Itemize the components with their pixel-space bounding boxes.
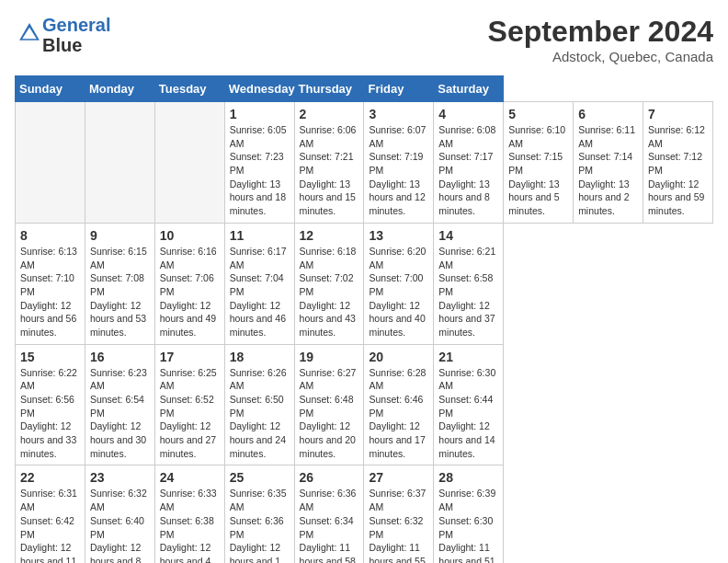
calendar-week-0: 1 Sunrise: 6:05 AM Sunset: 7:23 PM Dayli… <box>16 102 713 224</box>
day-cell-16: 16 Sunrise: 6:23 AM Sunset: 6:54 PM Dayl… <box>85 344 154 465</box>
day-number: 25 <box>230 470 290 485</box>
day-number: 22 <box>20 470 80 485</box>
calendar-body: 1 Sunrise: 6:05 AM Sunset: 7:23 PM Dayli… <box>16 102 713 564</box>
day-number: 27 <box>369 470 428 485</box>
header-tuesday: Tuesday <box>154 76 224 102</box>
day-info: Sunrise: 6:27 AM Sunset: 6:48 PM Dayligh… <box>300 366 359 461</box>
day-number: 9 <box>90 228 150 243</box>
day-cell-4: 4 Sunrise: 6:08 AM Sunset: 7:17 PM Dayli… <box>434 102 504 224</box>
month-title: September 2024 <box>488 15 713 49</box>
day-info: Sunrise: 6:05 AM Sunset: 7:23 PM Dayligh… <box>230 123 290 218</box>
day-number: 16 <box>90 350 150 364</box>
header-sunday: Sunday <box>16 76 85 102</box>
day-number: 8 <box>20 228 80 243</box>
header-wednesday: Wednesday <box>224 76 294 102</box>
day-cell-22: 22 Sunrise: 6:31 AM Sunset: 6:42 PM Dayl… <box>16 465 85 563</box>
day-info: Sunrise: 6:11 AM Sunset: 7:14 PM Dayligh… <box>578 123 638 218</box>
day-number: 6 <box>578 107 638 121</box>
day-cell-15: 15 Sunrise: 6:22 AM Sunset: 6:56 PM Dayl… <box>16 344 85 465</box>
day-number: 15 <box>20 350 80 364</box>
header-friday: Friday <box>364 76 434 102</box>
day-number: 17 <box>160 350 220 364</box>
day-cell-6: 6 Sunrise: 6:11 AM Sunset: 7:14 PM Dayli… <box>574 102 643 224</box>
day-info: Sunrise: 6:37 AM Sunset: 6:32 PM Dayligh… <box>369 487 428 563</box>
day-number: 5 <box>508 107 568 121</box>
day-cell-5: 5 Sunrise: 6:10 AM Sunset: 7:15 PM Dayli… <box>504 102 574 224</box>
day-info: Sunrise: 6:22 AM Sunset: 6:56 PM Dayligh… <box>20 366 80 461</box>
header-saturday: Saturday <box>434 76 504 102</box>
day-cell-24: 24 Sunrise: 6:33 AM Sunset: 6:38 PM Dayl… <box>154 465 224 563</box>
day-cell-9: 9 Sunrise: 6:15 AM Sunset: 7:08 PM Dayli… <box>85 223 154 344</box>
day-info: Sunrise: 6:39 AM Sunset: 6:30 PM Dayligh… <box>438 487 498 563</box>
page-header: General Blue September 2024 Adstock, Que… <box>15 15 713 64</box>
calendar-week-2: 15 Sunrise: 6:22 AM Sunset: 6:56 PM Dayl… <box>16 344 713 465</box>
title-section: September 2024 Adstock, Quebec, Canada <box>488 15 713 64</box>
day-info: Sunrise: 6:32 AM Sunset: 6:40 PM Dayligh… <box>90 487 150 563</box>
empty-cell <box>154 102 224 224</box>
day-info: Sunrise: 6:12 AM Sunset: 7:12 PM Dayligh… <box>648 123 708 218</box>
day-number: 21 <box>438 350 498 364</box>
day-cell-13: 13 Sunrise: 6:20 AM Sunset: 7:00 PM Dayl… <box>364 223 434 344</box>
day-number: 24 <box>160 470 220 485</box>
day-cell-1: 1 Sunrise: 6:05 AM Sunset: 7:23 PM Dayli… <box>224 102 294 224</box>
day-number: 1 <box>230 107 290 121</box>
day-cell-10: 10 Sunrise: 6:16 AM Sunset: 7:06 PM Dayl… <box>154 223 224 344</box>
day-info: Sunrise: 6:13 AM Sunset: 7:10 PM Dayligh… <box>20 245 80 339</box>
logo-general: General <box>42 15 110 35</box>
day-number: 12 <box>300 228 359 243</box>
empty-cell <box>85 102 154 224</box>
day-info: Sunrise: 6:33 AM Sunset: 6:38 PM Dayligh… <box>160 487 220 563</box>
day-info: Sunrise: 6:20 AM Sunset: 7:00 PM Dayligh… <box>369 245 428 339</box>
day-cell-23: 23 Sunrise: 6:32 AM Sunset: 6:40 PM Dayl… <box>85 465 154 563</box>
day-info: Sunrise: 6:31 AM Sunset: 6:42 PM Dayligh… <box>20 487 80 563</box>
header-monday: Monday <box>85 76 154 102</box>
day-info: Sunrise: 6:18 AM Sunset: 7:02 PM Dayligh… <box>300 245 359 339</box>
day-info: Sunrise: 6:17 AM Sunset: 7:04 PM Dayligh… <box>230 245 290 339</box>
day-cell-21: 21 Sunrise: 6:30 AM Sunset: 6:44 PM Dayl… <box>434 344 504 465</box>
day-number: 20 <box>369 350 428 364</box>
day-cell-8: 8 Sunrise: 6:13 AM Sunset: 7:10 PM Dayli… <box>16 223 85 344</box>
day-info: Sunrise: 6:16 AM Sunset: 7:06 PM Dayligh… <box>160 245 220 339</box>
day-info: Sunrise: 6:23 AM Sunset: 6:54 PM Dayligh… <box>90 366 150 461</box>
calendar-header-row: SundayMondayTuesdayWednesdayThursdayFrid… <box>16 76 713 102</box>
empty-cell <box>16 102 85 224</box>
day-number: 19 <box>300 350 359 364</box>
day-cell-12: 12 Sunrise: 6:18 AM Sunset: 7:02 PM Dayl… <box>294 223 364 344</box>
day-cell-14: 14 Sunrise: 6:21 AM Sunset: 6:58 PM Dayl… <box>434 223 504 344</box>
day-info: Sunrise: 6:07 AM Sunset: 7:19 PM Dayligh… <box>369 123 428 218</box>
day-number: 7 <box>648 107 708 121</box>
day-number: 18 <box>230 350 290 364</box>
day-number: 14 <box>438 228 498 243</box>
day-info: Sunrise: 6:36 AM Sunset: 6:34 PM Dayligh… <box>300 487 359 563</box>
logo-icon <box>17 20 42 46</box>
logo-blue: Blue <box>42 35 82 55</box>
day-info: Sunrise: 6:26 AM Sunset: 6:50 PM Dayligh… <box>230 366 290 461</box>
day-info: Sunrise: 6:15 AM Sunset: 7:08 PM Dayligh… <box>90 245 150 339</box>
logo: General Blue <box>15 15 110 55</box>
day-cell-7: 7 Sunrise: 6:12 AM Sunset: 7:12 PM Dayli… <box>643 102 713 224</box>
day-cell-2: 2 Sunrise: 6:06 AM Sunset: 7:21 PM Dayli… <box>294 102 364 224</box>
calendar-week-1: 8 Sunrise: 6:13 AM Sunset: 7:10 PM Dayli… <box>16 223 713 344</box>
day-info: Sunrise: 6:35 AM Sunset: 6:36 PM Dayligh… <box>230 487 290 563</box>
calendar-table: SundayMondayTuesdayWednesdayThursdayFrid… <box>15 75 713 563</box>
day-cell-26: 26 Sunrise: 6:36 AM Sunset: 6:34 PM Dayl… <box>294 465 364 563</box>
day-number: 28 <box>438 470 498 485</box>
header-thursday: Thursday <box>294 76 364 102</box>
day-info: Sunrise: 6:06 AM Sunset: 7:21 PM Dayligh… <box>300 123 359 218</box>
day-cell-18: 18 Sunrise: 6:26 AM Sunset: 6:50 PM Dayl… <box>224 344 294 465</box>
day-number: 11 <box>230 228 290 243</box>
day-number: 10 <box>160 228 220 243</box>
day-cell-19: 19 Sunrise: 6:27 AM Sunset: 6:48 PM Dayl… <box>294 344 364 465</box>
day-cell-3: 3 Sunrise: 6:07 AM Sunset: 7:19 PM Dayli… <box>364 102 434 224</box>
day-number: 4 <box>438 107 498 121</box>
day-cell-25: 25 Sunrise: 6:35 AM Sunset: 6:36 PM Dayl… <box>224 465 294 563</box>
day-number: 3 <box>369 107 428 121</box>
location: Adstock, Quebec, Canada <box>488 49 713 64</box>
day-cell-28: 28 Sunrise: 6:39 AM Sunset: 6:30 PM Dayl… <box>434 465 504 563</box>
day-number: 13 <box>369 228 428 243</box>
day-info: Sunrise: 6:30 AM Sunset: 6:44 PM Dayligh… <box>438 366 498 461</box>
calendar-week-3: 22 Sunrise: 6:31 AM Sunset: 6:42 PM Dayl… <box>16 465 713 563</box>
day-number: 26 <box>300 470 359 485</box>
day-info: Sunrise: 6:10 AM Sunset: 7:15 PM Dayligh… <box>508 123 568 218</box>
day-cell-11: 11 Sunrise: 6:17 AM Sunset: 7:04 PM Dayl… <box>224 223 294 344</box>
